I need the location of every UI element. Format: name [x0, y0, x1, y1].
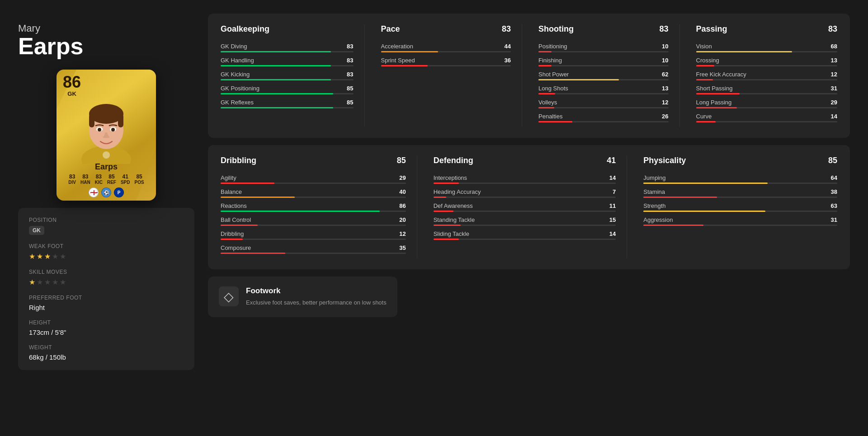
stat-row: Reactions86: [221, 202, 406, 209]
player-image-area: [70, 93, 142, 165]
svg-rect-5: [118, 114, 123, 127]
stat-value: 85: [347, 85, 353, 92]
stat-item: Short Passing31: [696, 85, 838, 94]
stat-value: 14: [609, 230, 616, 237]
stat-bar-fill: [434, 197, 446, 198]
stat-bar-fill: [221, 51, 331, 52]
stat-item: Sprint Speed36: [381, 57, 511, 66]
stat-bar-fill: [381, 51, 439, 52]
stat-bar-track: [221, 253, 406, 254]
flag-england: 🏴󠁧󠁢󠁥󠁮󠁧󠁿: [89, 188, 99, 197]
category-score: 83: [659, 24, 668, 34]
card-player-name: Earps: [95, 162, 118, 172]
stat-value: 14: [831, 113, 837, 120]
stat-bar-fill: [696, 65, 715, 66]
stat-bar-fill: [221, 197, 295, 198]
stat-item: Crossing13: [696, 57, 838, 66]
stat-value: 10: [662, 57, 668, 64]
stat-bar-fill: [696, 107, 737, 108]
stat-item: Stamina38: [643, 188, 837, 198]
stat-bar-fill: [221, 65, 331, 66]
bottom-section: ◇ Footwork Exclusive foot saves, better …: [208, 277, 850, 317]
stat-bar-track: [538, 79, 669, 80]
sm-star-5: ★: [60, 278, 66, 286]
stat-bar-track: [221, 183, 406, 184]
stat-bar-track: [538, 65, 669, 66]
stat-item: Reactions86: [221, 202, 406, 212]
skill-moves-stars: ★ ★ ★ ★ ★: [29, 278, 184, 286]
stat-bar-track: [434, 211, 616, 212]
skill-moves-row: Skill Moves ★ ★ ★ ★ ★: [29, 269, 184, 286]
category-title: Defending: [434, 156, 473, 165]
stat-name: Standing Tackle: [434, 216, 475, 223]
player-name-header: Mary Earps: [18, 14, 194, 62]
stat-bar-fill: [221, 79, 331, 80]
stat-value: 68: [831, 43, 837, 50]
stat-bar-track: [696, 51, 838, 52]
stat-item: Dribbling12: [221, 230, 406, 240]
stat-row: Long Passing29: [696, 99, 838, 106]
stat-item: Volleys12: [538, 99, 669, 108]
stat-category-goalkeeping: GoalkeepingGK Diving83GK Handling83GK Ki…: [221, 24, 365, 127]
stat-bar-fill: [221, 225, 258, 226]
stat-bar-fill: [434, 211, 453, 212]
flag-other: ⚽: [101, 188, 111, 197]
skill-moves-label: Skill Moves: [29, 269, 184, 275]
stat-name: Penalties: [538, 113, 562, 120]
stat-bar-track: [696, 93, 838, 94]
position-label: Position: [29, 217, 184, 223]
stat-value: 83: [347, 71, 353, 78]
stat-bar-track: [696, 79, 838, 80]
stat-bar-track: [643, 211, 837, 212]
stats-card-top: GoalkeepingGK Diving83GK Handling83GK Ki…: [208, 14, 850, 138]
stat-bar-fill: [643, 197, 717, 198]
category-header: Dribbling85: [221, 156, 406, 168]
stat-name: Sprint Speed: [381, 57, 415, 64]
left-panel: Mary Earps 86 GK: [18, 14, 194, 370]
stat-value: 20: [399, 216, 406, 223]
stat-bar-track: [381, 65, 511, 66]
stat-value: 10: [662, 43, 668, 50]
trait-text: Footwork Exclusive foot saves, better pe…: [246, 286, 387, 307]
stat-name: Def Awareness: [434, 202, 473, 209]
stat-name: Short Passing: [696, 85, 733, 92]
stat-item: Finishing10: [538, 57, 669, 66]
stat-item: Free Kick Accuracy12: [696, 71, 838, 80]
stat-bar-fill: [696, 93, 740, 94]
stat-bar-track: [434, 197, 616, 198]
stat-row: GK Positioning85: [221, 85, 354, 92]
player-last-name: Earps: [18, 34, 194, 58]
stat-value: 83: [347, 57, 353, 64]
stat-name: Ball Control: [221, 216, 251, 223]
weak-foot-label: Weak Foot: [29, 243, 184, 249]
sm-star-3: ★: [44, 278, 51, 286]
stat-bar-fill: [221, 239, 243, 240]
category-score: 85: [828, 156, 837, 165]
stat-value: 44: [505, 43, 511, 50]
stat-bar-fill: [643, 183, 767, 184]
stat-name: Free Kick Accuracy: [696, 71, 746, 78]
category-score: 85: [397, 156, 406, 165]
stat-item: Agility29: [221, 174, 406, 184]
stat-bar-fill: [434, 183, 459, 184]
stat-row: Vision68: [696, 43, 838, 50]
stat-bar-fill: [643, 225, 703, 226]
stat-value: 62: [662, 71, 668, 78]
star-4: ★: [52, 252, 58, 261]
stat-name: Balance: [221, 188, 242, 195]
stat-row: Def Awareness11: [434, 202, 616, 209]
stat-bar-track: [696, 65, 838, 66]
sm-star-4: ★: [52, 278, 58, 286]
stat-bar-track: [434, 183, 616, 184]
stat-name: Vision: [696, 43, 712, 50]
stat-row: Long Shots13: [538, 85, 669, 92]
svg-point-10: [103, 151, 110, 159]
stat-item: Long Passing29: [696, 99, 838, 108]
stat-name: Shot Power: [538, 71, 569, 78]
stat-name: Strength: [643, 202, 665, 209]
stats-card-bottom: Dribbling85Agility29Balance40Reactions86…: [208, 145, 850, 269]
stat-name: Long Passing: [696, 99, 732, 106]
stat-name: Interceptions: [434, 174, 467, 181]
stat-value: 7: [613, 188, 616, 195]
category-title: Goalkeeping: [221, 24, 269, 34]
